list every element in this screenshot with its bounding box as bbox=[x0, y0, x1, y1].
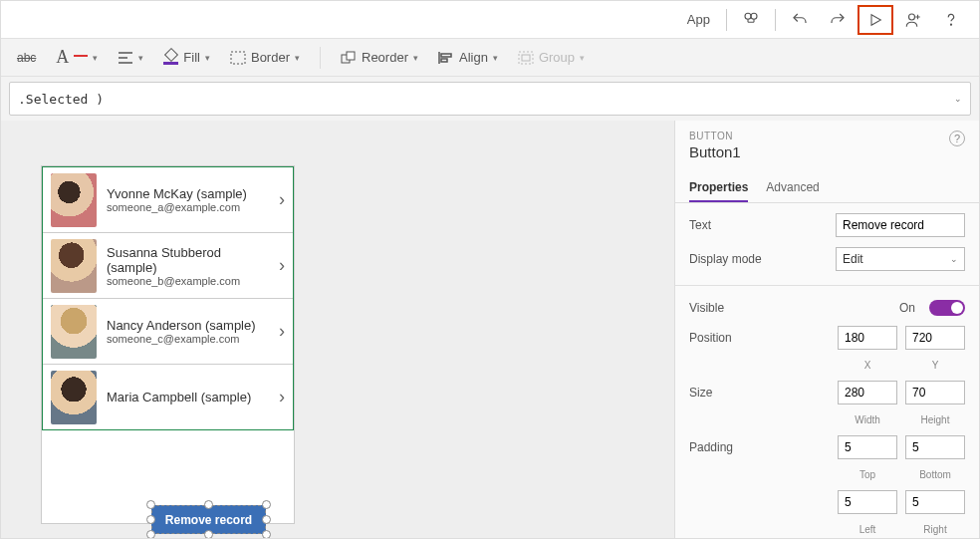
control-type: BUTTON bbox=[689, 131, 965, 141]
border-label: Border bbox=[251, 50, 290, 65]
avatar bbox=[51, 173, 97, 227]
tab-advanced[interactable]: Advanced bbox=[766, 174, 819, 202]
prop-position-label: Position bbox=[689, 331, 830, 345]
contact-email: someone_c@example.com bbox=[107, 333, 269, 345]
list-item[interactable]: Nancy Anderson (sample) someone_c@exampl… bbox=[43, 299, 293, 365]
resize-handle[interactable] bbox=[204, 530, 213, 538]
svg-rect-12 bbox=[441, 54, 451, 57]
left-sublabel: Left bbox=[838, 524, 897, 535]
prop-padding-label: Padding bbox=[689, 440, 830, 454]
list-item[interactable]: Yvonne McKay (sample) someone_a@example.… bbox=[43, 167, 293, 233]
contact-name: Nancy Anderson (sample) bbox=[107, 318, 269, 333]
reorder-label: Reorder bbox=[362, 50, 408, 65]
formula-text: .Selected ) bbox=[18, 92, 104, 107]
list-item[interactable]: Maria Campbell (sample) › bbox=[43, 365, 293, 430]
size-width-input[interactable] bbox=[838, 381, 897, 404]
strikethrough-button[interactable]: abc bbox=[11, 48, 42, 68]
group-label: Group bbox=[539, 50, 575, 65]
prop-displaymode-select[interactable]: Edit ⌄ bbox=[836, 247, 965, 271]
play-button[interactable] bbox=[858, 5, 893, 35]
chevron-right-icon[interactable]: › bbox=[279, 321, 285, 342]
fill-label: Fill bbox=[183, 50, 200, 65]
resize-handle[interactable] bbox=[146, 515, 155, 524]
position-y-input[interactable] bbox=[905, 326, 965, 350]
panel-help-icon[interactable]: ? bbox=[949, 131, 965, 146]
tab-properties[interactable]: Properties bbox=[689, 174, 748, 202]
divider bbox=[675, 285, 979, 286]
avatar bbox=[51, 239, 97, 293]
chevron-right-icon[interactable]: › bbox=[279, 189, 285, 210]
resize-handle[interactable] bbox=[262, 515, 271, 524]
formula-bar[interactable]: .Selected ) ⌄ bbox=[9, 82, 971, 116]
prop-visible-label: Visible bbox=[689, 301, 891, 315]
reorder-button[interactable]: Reorder▾ bbox=[335, 47, 424, 68]
resize-handle[interactable] bbox=[262, 530, 271, 538]
canvas[interactable]: Yvonne McKay (sample) someone_a@example.… bbox=[1, 121, 674, 538]
gallery[interactable]: Yvonne McKay (sample) someone_a@example.… bbox=[42, 166, 294, 430]
app-root: App abc A▾ ▾ Fill▾ Border▾ Reorder▾ Alig… bbox=[0, 0, 980, 539]
chevron-down-icon: ⌄ bbox=[950, 254, 958, 264]
svg-point-1 bbox=[751, 13, 757, 19]
padding-top-input[interactable] bbox=[838, 435, 897, 459]
position-x-input[interactable] bbox=[838, 326, 897, 350]
properties-panel: ? BUTTON Button1 Properties Advanced Tex… bbox=[674, 121, 979, 538]
prop-text-label: Text bbox=[689, 218, 828, 232]
contact-name: Susanna Stubberod (sample) bbox=[107, 245, 269, 275]
text-align-button[interactable]: ▾ bbox=[112, 48, 149, 68]
list-item[interactable]: Susanna Stubberod (sample) someone_b@exa… bbox=[43, 233, 293, 299]
svg-rect-8 bbox=[231, 52, 245, 64]
chevron-right-icon[interactable]: › bbox=[279, 387, 285, 407]
visible-toggle[interactable] bbox=[929, 300, 965, 316]
app-menu[interactable]: App bbox=[677, 12, 720, 27]
svg-rect-13 bbox=[441, 59, 447, 62]
toolbar-separator bbox=[775, 9, 776, 31]
svg-point-0 bbox=[745, 13, 751, 19]
size-height-input[interactable] bbox=[905, 381, 965, 404]
contact-email: someone_b@example.com bbox=[107, 275, 269, 287]
width-sublabel: Width bbox=[838, 414, 897, 425]
svg-marker-2 bbox=[871, 14, 880, 25]
svg-point-4 bbox=[950, 24, 951, 25]
contact-name: Yvonne McKay (sample) bbox=[107, 186, 269, 201]
selected-button-wrapper[interactable]: Remove record bbox=[151, 505, 266, 534]
prop-displaymode-value: Edit bbox=[843, 252, 863, 266]
toggle-on-label: On bbox=[899, 301, 915, 315]
font-button[interactable]: A▾ bbox=[50, 44, 104, 71]
padding-left-input[interactable] bbox=[838, 490, 897, 514]
resize-handle[interactable] bbox=[204, 500, 213, 509]
format-toolbar: abc A▾ ▾ Fill▾ Border▾ Reorder▾ Align▾ G… bbox=[1, 39, 979, 77]
bottom-sublabel: Bottom bbox=[905, 469, 965, 480]
redo-button[interactable] bbox=[820, 5, 856, 35]
align-label: Align bbox=[459, 50, 488, 65]
prop-size-label: Size bbox=[689, 386, 830, 400]
phone-frame: Yvonne McKay (sample) someone_a@example.… bbox=[41, 165, 295, 524]
toolbar-separator bbox=[320, 47, 321, 69]
expand-formula-icon[interactable]: ⌄ bbox=[954, 94, 962, 104]
control-name[interactable]: Button1 bbox=[689, 143, 965, 160]
padding-bottom-input[interactable] bbox=[905, 435, 965, 459]
chevron-right-icon[interactable]: › bbox=[279, 255, 285, 276]
height-sublabel: Height bbox=[905, 414, 965, 425]
contact-email: someone_a@example.com bbox=[107, 201, 269, 213]
avatar bbox=[51, 305, 97, 359]
border-button[interactable]: Border▾ bbox=[224, 47, 306, 68]
resize-handle[interactable] bbox=[146, 530, 155, 538]
resize-handle[interactable] bbox=[262, 500, 271, 509]
resize-handle[interactable] bbox=[146, 500, 155, 509]
x-sublabel: X bbox=[838, 360, 897, 371]
checker-icon[interactable] bbox=[733, 5, 769, 35]
right-sublabel: Right bbox=[905, 524, 965, 535]
top-sublabel: Top bbox=[838, 469, 897, 480]
prop-text-input[interactable] bbox=[836, 213, 965, 237]
help-button[interactable] bbox=[933, 5, 969, 35]
fill-button[interactable]: Fill▾ bbox=[157, 47, 216, 68]
svg-rect-10 bbox=[347, 52, 355, 60]
group-button: Group▾ bbox=[512, 47, 591, 68]
panel-tabs: Properties Advanced bbox=[675, 174, 979, 203]
share-button[interactable] bbox=[895, 5, 931, 35]
padding-right-input[interactable] bbox=[905, 490, 965, 514]
top-toolbar: App bbox=[1, 1, 979, 39]
main-area: Yvonne McKay (sample) someone_a@example.… bbox=[1, 121, 979, 538]
undo-button[interactable] bbox=[782, 5, 818, 35]
align-button[interactable]: Align▾ bbox=[432, 47, 504, 68]
